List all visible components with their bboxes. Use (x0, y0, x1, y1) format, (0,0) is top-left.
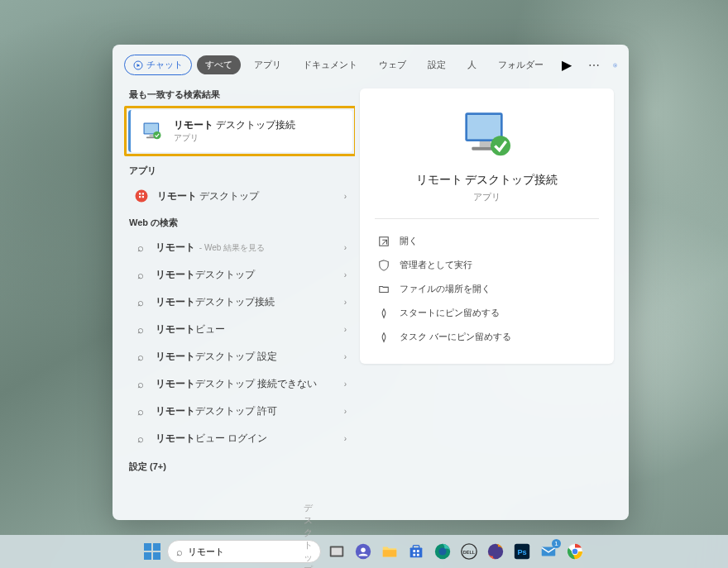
best-match-highlight: リモート デスクトップ接続 アプリ (124, 106, 355, 156)
svg-point-7 (136, 190, 148, 203)
web-result-1[interactable]: ⌕ リモートデスクトップ › (126, 261, 355, 289)
search-input[interactable] (188, 547, 302, 556)
taskbar-firefox[interactable] (485, 541, 506, 562)
best-match-subtitle: アプリ (174, 132, 295, 144)
web-result-4[interactable]: ⌕ リモートデスクトップ 設定 › (126, 343, 355, 370)
search-icon: ⌕ (134, 378, 147, 390)
taskbar-dell[interactable]: DELL (458, 541, 480, 562)
search-icon: ⌕ (134, 351, 147, 363)
results-right-column: リモート デスクトップ接続 アプリ 開く 管理者として実行 ファイルの場所を開く (355, 82, 629, 520)
filter-apps[interactable]: アプリ (246, 55, 290, 74)
svg-point-25 (361, 547, 366, 552)
search-icon: ⌕ (176, 546, 183, 558)
svg-point-44 (572, 549, 577, 554)
best-match-result[interactable]: リモート デスクトップ接続 アプリ (128, 110, 352, 152)
search-icon: ⌕ (134, 405, 147, 418)
svg-point-16 (491, 136, 510, 155)
preview-title: リモート デスクトップ接続 (360, 173, 614, 188)
chevron-right-icon: › (344, 407, 347, 416)
web-result-label: リモートデスクトップ 設定 (156, 350, 277, 364)
web-result-label: リモートビュー ログイン (156, 432, 267, 446)
action-label: 管理者として実行 (400, 259, 472, 271)
taskbar-mail[interactable] (538, 541, 559, 562)
action-pin-start[interactable]: スタートにピン留めする (375, 301, 599, 325)
web-result-0[interactable]: ⌕ リモート - Web 結果を見る › (126, 234, 355, 261)
svg-rect-9 (142, 193, 144, 194)
svg-rect-13 (467, 115, 500, 139)
section-apps-label: アプリ (129, 165, 355, 177)
action-label: スタートにピン留めする (400, 307, 500, 319)
action-label: ファイルの場所を開く (400, 283, 491, 295)
svg-rect-18 (144, 543, 151, 551)
taskbar-store[interactable] (405, 541, 427, 562)
filter-all[interactable]: すべて (197, 55, 241, 74)
svg-rect-19 (153, 543, 160, 551)
bing-chat-icon (133, 60, 143, 70)
taskbar-teams[interactable] (352, 541, 374, 562)
chevron-right-icon: › (344, 352, 347, 361)
action-pin-taskbar[interactable]: タスク バーにピン留めする (375, 325, 599, 349)
app-result-remote-desktop[interactable]: リモート デスクトップ › (126, 182, 355, 210)
taskbar-search[interactable]: ⌕ デスクトップ接続 (167, 540, 321, 563)
search-results-panel: チャット すべて アプリ ドキュメント ウェブ 設定 人 フォルダー ▶ ⋯ 最… (113, 45, 629, 520)
settings-more-label[interactable]: 設定 (7+) (129, 461, 355, 473)
svg-rect-28 (413, 546, 419, 549)
svg-rect-32 (417, 554, 419, 556)
taskbar-photoshop[interactable]: Ps (511, 541, 533, 562)
web-result-2[interactable]: ⌕ リモートデスクトップ接続 › (126, 289, 355, 316)
svg-rect-21 (153, 552, 160, 560)
svg-rect-30 (417, 550, 419, 552)
bing-icon[interactable] (613, 56, 617, 74)
svg-rect-26 (383, 550, 397, 556)
chevron-right-icon: › (344, 192, 347, 201)
web-result-label: リモートビュー (156, 322, 225, 337)
search-icon: ⌕ (134, 296, 147, 308)
best-match-title: リモート デスクトップ接続 (174, 118, 295, 132)
app-result-label: リモート デスクトップ (157, 189, 259, 203)
web-result-3[interactable]: ⌕ リモートビュー › (126, 316, 355, 343)
web-result-5[interactable]: ⌕ リモートデスクトップ 接続できない › (126, 370, 355, 398)
web-result-7[interactable]: ⌕ リモートビュー ログイン › (126, 425, 355, 452)
action-run-admin[interactable]: 管理者として実行 (375, 253, 599, 277)
start-button[interactable] (142, 542, 162, 561)
section-best-match-label: 最も一致する検索結果 (129, 88, 355, 101)
svg-rect-20 (144, 552, 151, 560)
filter-people[interactable]: 人 (459, 55, 485, 74)
preview-card: リモート デスクトップ接続 アプリ 開く 管理者として実行 ファイルの場所を開く (360, 88, 614, 364)
action-open[interactable]: 開く (375, 229, 599, 253)
filter-folder[interactable]: フォルダー (490, 55, 552, 74)
filter-web[interactable]: ウェブ (371, 55, 414, 74)
action-list: 開く 管理者として実行 ファイルの場所を開く スタートにピン留めする (360, 219, 614, 349)
filter-more-arrow[interactable]: ▶ (562, 57, 572, 73)
svg-rect-10 (139, 196, 141, 198)
chevron-right-icon: › (344, 325, 347, 334)
search-icon: ⌕ (134, 323, 147, 336)
taskbar-chrome[interactable] (564, 541, 586, 562)
filter-chat[interactable]: チャット (124, 55, 192, 75)
svg-point-34 (438, 547, 446, 555)
svg-rect-8 (139, 193, 141, 194)
action-open-location[interactable]: ファイルの場所を開く (375, 277, 599, 301)
svg-rect-29 (413, 550, 415, 552)
filter-documents[interactable]: ドキュメント (295, 55, 366, 74)
filter-chat-label: チャット (146, 59, 183, 71)
section-web-label: Web の検索 (129, 217, 355, 229)
more-options-icon[interactable]: ⋯ (582, 59, 608, 72)
store-app-icon (134, 189, 149, 203)
svg-text:DELL: DELL (463, 550, 476, 555)
taskbar-task-view[interactable] (326, 541, 347, 562)
svg-rect-11 (142, 196, 144, 198)
chevron-right-icon: › (344, 243, 347, 252)
search-icon: ⌕ (134, 269, 147, 281)
svg-text:Ps: Ps (517, 548, 526, 556)
web-result-label: リモートデスクトップ 接続できない (156, 377, 317, 391)
filter-settings[interactable]: 設定 (419, 55, 454, 74)
taskbar-edge[interactable] (432, 541, 453, 562)
taskbar-explorer[interactable] (379, 541, 400, 562)
svg-rect-40 (542, 547, 556, 556)
search-icon: ⌕ (134, 241, 147, 254)
action-label: 開く (400, 235, 418, 247)
svg-rect-27 (410, 547, 423, 557)
folder-icon (378, 284, 390, 295)
web-result-6[interactable]: ⌕ リモートデスクトップ 許可 › (126, 398, 355, 425)
